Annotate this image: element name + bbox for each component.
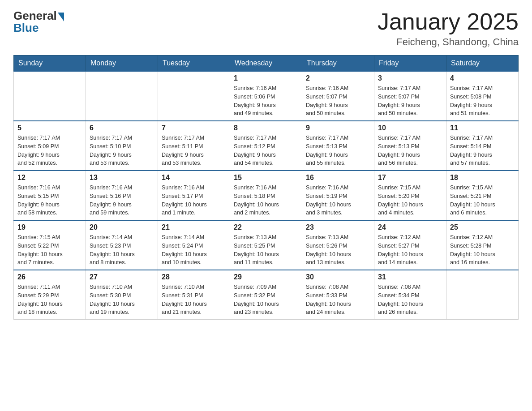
calendar-week-row: 5Sunrise: 7:17 AM Sunset: 5:09 PM Daylig…: [14, 121, 519, 171]
day-number: 1: [234, 74, 298, 82]
day-number: 26: [17, 273, 82, 281]
day-info: Sunrise: 7:09 AM Sunset: 5:32 PM Dayligh…: [234, 283, 298, 317]
calendar-cell: 23Sunrise: 7:13 AM Sunset: 5:26 PM Dayli…: [302, 220, 374, 270]
title-area: January 2025 Feicheng, Shandong, China: [378, 9, 519, 48]
day-info: Sunrise: 7:16 AM Sunset: 5:18 PM Dayligh…: [234, 184, 298, 217]
calendar-table: SundayMondayTuesdayWednesdayThursdayFrid…: [13, 55, 519, 320]
logo-blue-text: Blue: [13, 21, 39, 35]
calendar-cell: 5Sunrise: 7:17 AM Sunset: 5:09 PM Daylig…: [14, 121, 86, 171]
day-info: Sunrise: 7:17 AM Sunset: 5:12 PM Dayligh…: [234, 134, 298, 167]
weekday-header-sunday: Sunday: [14, 56, 86, 72]
calendar-cell: 12Sunrise: 7:16 AM Sunset: 5:15 PM Dayli…: [14, 171, 86, 220]
day-info: Sunrise: 7:16 AM Sunset: 5:19 PM Dayligh…: [306, 184, 370, 217]
calendar-subtitle: Feicheng, Shandong, China: [378, 36, 519, 48]
calendar-cell: 4Sunrise: 7:17 AM Sunset: 5:08 PM Daylig…: [446, 71, 519, 121]
calendar-cell: 31Sunrise: 7:08 AM Sunset: 5:34 PM Dayli…: [374, 270, 446, 320]
day-number: 2: [306, 74, 370, 82]
page-header: General Blue January 2025 Feicheng, Shan…: [13, 9, 519, 48]
logo-arrow-icon: [58, 13, 64, 21]
day-info: Sunrise: 7:13 AM Sunset: 5:25 PM Dayligh…: [234, 233, 298, 267]
calendar-cell: 7Sunrise: 7:17 AM Sunset: 5:11 PM Daylig…: [158, 121, 230, 171]
calendar-body: 1Sunrise: 7:16 AM Sunset: 5:06 PM Daylig…: [14, 71, 519, 320]
logo: General Blue: [13, 9, 64, 35]
calendar-cell: 2Sunrise: 7:16 AM Sunset: 5:07 PM Daylig…: [302, 71, 374, 121]
day-info: Sunrise: 7:16 AM Sunset: 5:15 PM Dayligh…: [17, 184, 82, 217]
day-info: Sunrise: 7:10 AM Sunset: 5:30 PM Dayligh…: [90, 283, 154, 317]
day-number: 22: [234, 223, 298, 231]
day-info: Sunrise: 7:12 AM Sunset: 5:27 PM Dayligh…: [378, 233, 442, 267]
day-number: 19: [17, 223, 82, 231]
weekday-header-monday: Monday: [86, 56, 158, 72]
day-info: Sunrise: 7:17 AM Sunset: 5:14 PM Dayligh…: [450, 134, 515, 167]
day-number: 7: [162, 124, 226, 132]
day-number: 24: [378, 223, 442, 231]
calendar-cell: 1Sunrise: 7:16 AM Sunset: 5:06 PM Daylig…: [230, 71, 302, 121]
calendar-cell: 21Sunrise: 7:14 AM Sunset: 5:24 PM Dayli…: [158, 220, 230, 270]
calendar-cell: 24Sunrise: 7:12 AM Sunset: 5:27 PM Dayli…: [374, 220, 446, 270]
calendar-cell: 19Sunrise: 7:15 AM Sunset: 5:22 PM Dayli…: [14, 220, 86, 270]
calendar-cell: 30Sunrise: 7:08 AM Sunset: 5:33 PM Dayli…: [302, 270, 374, 320]
day-number: 29: [234, 273, 298, 281]
day-number: 25: [450, 223, 515, 231]
calendar-cell: 17Sunrise: 7:15 AM Sunset: 5:20 PM Dayli…: [374, 171, 446, 220]
day-info: Sunrise: 7:17 AM Sunset: 5:07 PM Dayligh…: [378, 84, 442, 118]
day-info: Sunrise: 7:17 AM Sunset: 5:13 PM Dayligh…: [306, 134, 370, 167]
calendar-cell: 15Sunrise: 7:16 AM Sunset: 5:18 PM Dayli…: [230, 171, 302, 220]
day-number: 3: [378, 74, 442, 82]
calendar-cell: 18Sunrise: 7:15 AM Sunset: 5:21 PM Dayli…: [446, 171, 519, 220]
day-number: 21: [162, 223, 226, 231]
day-info: Sunrise: 7:11 AM Sunset: 5:29 PM Dayligh…: [17, 283, 82, 317]
calendar-cell: 3Sunrise: 7:17 AM Sunset: 5:07 PM Daylig…: [374, 71, 446, 121]
day-number: 10: [378, 124, 442, 132]
calendar-title: January 2025: [378, 9, 519, 34]
day-info: Sunrise: 7:16 AM Sunset: 5:16 PM Dayligh…: [90, 184, 154, 217]
day-info: Sunrise: 7:10 AM Sunset: 5:31 PM Dayligh…: [162, 283, 226, 317]
day-number: 23: [306, 223, 370, 231]
calendar-cell: 14Sunrise: 7:16 AM Sunset: 5:17 PM Dayli…: [158, 171, 230, 220]
day-number: 12: [17, 174, 82, 182]
calendar-cell: 26Sunrise: 7:11 AM Sunset: 5:29 PM Dayli…: [14, 270, 86, 320]
weekday-header-thursday: Thursday: [302, 56, 374, 72]
day-info: Sunrise: 7:08 AM Sunset: 5:33 PM Dayligh…: [306, 283, 370, 317]
calendar-cell: 16Sunrise: 7:16 AM Sunset: 5:19 PM Dayli…: [302, 171, 374, 220]
day-info: Sunrise: 7:08 AM Sunset: 5:34 PM Dayligh…: [378, 283, 442, 317]
day-info: Sunrise: 7:15 AM Sunset: 5:21 PM Dayligh…: [450, 184, 515, 217]
day-number: 30: [306, 273, 370, 281]
calendar-cell: [158, 71, 230, 121]
day-number: 5: [17, 124, 82, 132]
day-info: Sunrise: 7:17 AM Sunset: 5:10 PM Dayligh…: [90, 134, 154, 167]
day-info: Sunrise: 7:17 AM Sunset: 5:11 PM Dayligh…: [162, 134, 226, 167]
day-number: 16: [306, 174, 370, 182]
weekday-header-tuesday: Tuesday: [158, 56, 230, 72]
calendar-week-row: 1Sunrise: 7:16 AM Sunset: 5:06 PM Daylig…: [14, 71, 519, 121]
day-number: 13: [90, 174, 154, 182]
weekday-header-row: SundayMondayTuesdayWednesdayThursdayFrid…: [14, 56, 519, 72]
calendar-cell: [86, 71, 158, 121]
day-info: Sunrise: 7:14 AM Sunset: 5:23 PM Dayligh…: [90, 233, 154, 267]
day-number: 11: [450, 124, 515, 132]
day-info: Sunrise: 7:12 AM Sunset: 5:28 PM Dayligh…: [450, 233, 515, 267]
day-info: Sunrise: 7:16 AM Sunset: 5:07 PM Dayligh…: [306, 84, 370, 118]
day-number: 20: [90, 223, 154, 231]
day-info: Sunrise: 7:15 AM Sunset: 5:22 PM Dayligh…: [17, 233, 82, 267]
day-number: 8: [234, 124, 298, 132]
day-info: Sunrise: 7:15 AM Sunset: 5:20 PM Dayligh…: [378, 184, 442, 217]
day-info: Sunrise: 7:17 AM Sunset: 5:08 PM Dayligh…: [450, 84, 515, 118]
calendar-week-row: 19Sunrise: 7:15 AM Sunset: 5:22 PM Dayli…: [14, 220, 519, 270]
day-info: Sunrise: 7:17 AM Sunset: 5:09 PM Dayligh…: [17, 134, 82, 167]
calendar-header: SundayMondayTuesdayWednesdayThursdayFrid…: [14, 56, 519, 72]
day-info: Sunrise: 7:16 AM Sunset: 5:06 PM Dayligh…: [234, 84, 298, 118]
day-info: Sunrise: 7:16 AM Sunset: 5:17 PM Dayligh…: [162, 184, 226, 217]
calendar-cell: 25Sunrise: 7:12 AM Sunset: 5:28 PM Dayli…: [446, 220, 519, 270]
day-number: 6: [90, 124, 154, 132]
calendar-cell: 22Sunrise: 7:13 AM Sunset: 5:25 PM Dayli…: [230, 220, 302, 270]
day-number: 27: [90, 273, 154, 281]
calendar-cell: 8Sunrise: 7:17 AM Sunset: 5:12 PM Daylig…: [230, 121, 302, 171]
day-info: Sunrise: 7:14 AM Sunset: 5:24 PM Dayligh…: [162, 233, 226, 267]
day-number: 9: [306, 124, 370, 132]
calendar-cell: 13Sunrise: 7:16 AM Sunset: 5:16 PM Dayli…: [86, 171, 158, 220]
day-number: 15: [234, 174, 298, 182]
calendar-cell: 29Sunrise: 7:09 AM Sunset: 5:32 PM Dayli…: [230, 270, 302, 320]
calendar-cell: 28Sunrise: 7:10 AM Sunset: 5:31 PM Dayli…: [158, 270, 230, 320]
weekday-header-wednesday: Wednesday: [230, 56, 302, 72]
